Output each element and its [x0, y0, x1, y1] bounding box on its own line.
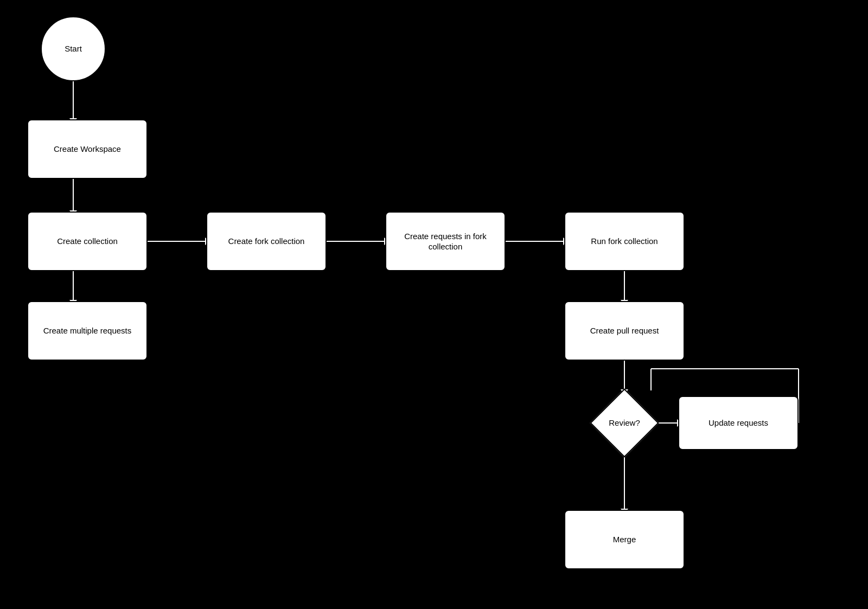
- flowchart-container: Start Create Workspace Create collection…: [0, 0, 868, 609]
- create-workspace-label: Create Workspace: [54, 144, 121, 155]
- create-requests-fork-node: Create requests in fork collection: [385, 211, 506, 271]
- create-multiple-requests-node: Create multiple requests: [27, 301, 148, 361]
- update-requests-label: Update requests: [709, 418, 768, 428]
- create-fork-collection-label: Create fork collection: [228, 236, 305, 247]
- update-requests-node: Update requests: [678, 396, 799, 450]
- start-node: Start: [41, 16, 106, 81]
- create-fork-collection-node: Create fork collection: [206, 211, 327, 271]
- create-workspace-node: Create Workspace: [27, 119, 148, 179]
- create-collection-node: Create collection: [27, 211, 148, 271]
- create-requests-fork-label: Create requests in fork collection: [386, 231, 505, 252]
- create-collection-label: Create collection: [57, 236, 118, 247]
- start-label: Start: [65, 43, 82, 54]
- review-diamond-node: Review?: [592, 390, 657, 456]
- create-pull-request-label: Create pull request: [590, 325, 659, 336]
- create-multiple-requests-label: Create multiple requests: [43, 325, 132, 336]
- run-fork-collection-node: Run fork collection: [564, 211, 685, 271]
- merge-node: Merge: [564, 510, 685, 569]
- create-pull-request-node: Create pull request: [564, 301, 685, 361]
- run-fork-collection-label: Run fork collection: [591, 236, 658, 247]
- review-label: Review?: [609, 418, 640, 428]
- merge-label: Merge: [613, 534, 636, 545]
